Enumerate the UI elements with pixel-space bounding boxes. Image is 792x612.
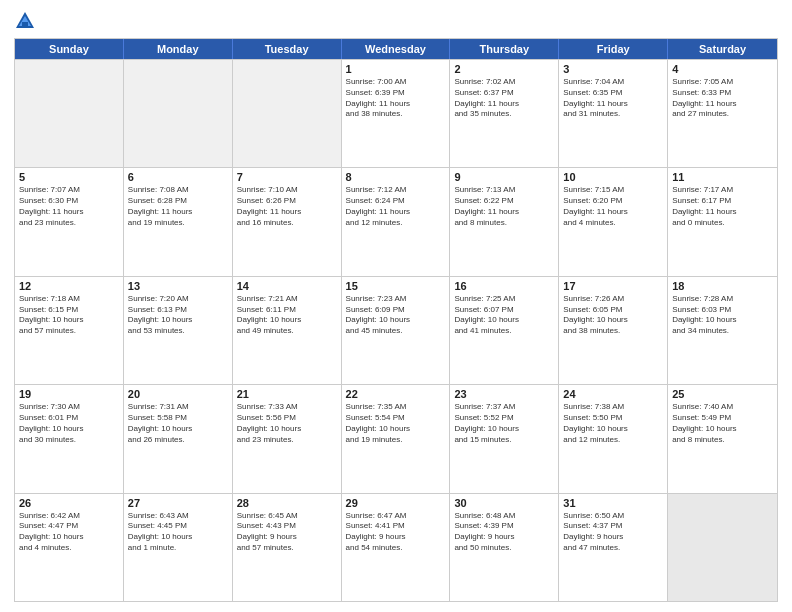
svg-rect-2 — [22, 22, 28, 26]
cell-line: Daylight: 10 hours — [237, 424, 337, 435]
cal-cell: 31Sunrise: 6:50 AMSunset: 4:37 PMDayligh… — [559, 494, 668, 601]
cell-line: Sunset: 4:37 PM — [563, 521, 663, 532]
cell-line: Sunrise: 7:05 AM — [672, 77, 773, 88]
cell-line: Sunset: 6:35 PM — [563, 88, 663, 99]
cal-cell: 24Sunrise: 7:38 AMSunset: 5:50 PMDayligh… — [559, 385, 668, 492]
cal-cell: 14Sunrise: 7:21 AMSunset: 6:11 PMDayligh… — [233, 277, 342, 384]
cell-line: Daylight: 10 hours — [672, 315, 773, 326]
cell-line: Daylight: 9 hours — [346, 532, 446, 543]
cell-line: Sunset: 4:45 PM — [128, 521, 228, 532]
day-number: 19 — [19, 388, 119, 400]
day-header-monday: Monday — [124, 39, 233, 59]
cell-line: Sunrise: 7:30 AM — [19, 402, 119, 413]
cell-line: and 53 minutes. — [128, 326, 228, 337]
cell-line: Sunrise: 7:13 AM — [454, 185, 554, 196]
cell-line: Daylight: 11 hours — [237, 207, 337, 218]
cell-line: Daylight: 10 hours — [563, 424, 663, 435]
cal-cell: 5Sunrise: 7:07 AMSunset: 6:30 PMDaylight… — [15, 168, 124, 275]
cell-line: Daylight: 10 hours — [19, 315, 119, 326]
logo — [14, 10, 40, 32]
cal-cell: 26Sunrise: 6:42 AMSunset: 4:47 PMDayligh… — [15, 494, 124, 601]
cell-line: and 12 minutes. — [346, 218, 446, 229]
cal-cell: 22Sunrise: 7:35 AMSunset: 5:54 PMDayligh… — [342, 385, 451, 492]
cell-line: Sunset: 6:03 PM — [672, 305, 773, 316]
cell-line: Daylight: 10 hours — [563, 315, 663, 326]
cell-line: Sunrise: 7:33 AM — [237, 402, 337, 413]
cell-line: and 16 minutes. — [237, 218, 337, 229]
day-number: 27 — [128, 497, 228, 509]
cal-cell: 6Sunrise: 7:08 AMSunset: 6:28 PMDaylight… — [124, 168, 233, 275]
day-number: 21 — [237, 388, 337, 400]
cell-line: Sunrise: 7:15 AM — [563, 185, 663, 196]
cal-cell: 27Sunrise: 6:43 AMSunset: 4:45 PMDayligh… — [124, 494, 233, 601]
cell-line: and 41 minutes. — [454, 326, 554, 337]
day-header-thursday: Thursday — [450, 39, 559, 59]
cell-line: and 49 minutes. — [237, 326, 337, 337]
cell-line: Sunset: 6:13 PM — [128, 305, 228, 316]
cell-line: and 12 minutes. — [563, 435, 663, 446]
day-number: 15 — [346, 280, 446, 292]
cell-line: Sunrise: 6:45 AM — [237, 511, 337, 522]
cell-line: and 38 minutes. — [563, 326, 663, 337]
cal-cell: 8Sunrise: 7:12 AMSunset: 6:24 PMDaylight… — [342, 168, 451, 275]
cell-line: Sunset: 6:01 PM — [19, 413, 119, 424]
cell-line: Daylight: 11 hours — [454, 207, 554, 218]
cell-line: Sunrise: 7:04 AM — [563, 77, 663, 88]
cell-line: Daylight: 10 hours — [19, 424, 119, 435]
day-number: 20 — [128, 388, 228, 400]
calendar-body: 1Sunrise: 7:00 AMSunset: 6:39 PMDaylight… — [15, 59, 777, 601]
cell-line: Sunset: 6:30 PM — [19, 196, 119, 207]
cell-line: and 38 minutes. — [346, 109, 446, 120]
cell-line: and 47 minutes. — [563, 543, 663, 554]
cal-cell: 3Sunrise: 7:04 AMSunset: 6:35 PMDaylight… — [559, 60, 668, 167]
day-header-sunday: Sunday — [15, 39, 124, 59]
cell-line: Daylight: 9 hours — [454, 532, 554, 543]
cal-cell — [124, 60, 233, 167]
day-number: 2 — [454, 63, 554, 75]
cell-line: Sunrise: 7:10 AM — [237, 185, 337, 196]
cell-line: Daylight: 11 hours — [128, 207, 228, 218]
day-number: 18 — [672, 280, 773, 292]
cell-line: Sunset: 4:39 PM — [454, 521, 554, 532]
cal-cell — [233, 60, 342, 167]
cell-line: Sunset: 5:50 PM — [563, 413, 663, 424]
cell-line: Sunset: 4:43 PM — [237, 521, 337, 532]
cell-line: Sunrise: 6:42 AM — [19, 511, 119, 522]
cell-line: Daylight: 11 hours — [563, 99, 663, 110]
cell-line: Sunrise: 7:21 AM — [237, 294, 337, 305]
calendar-page: SundayMondayTuesdayWednesdayThursdayFrid… — [0, 0, 792, 612]
day-number: 22 — [346, 388, 446, 400]
day-number: 11 — [672, 171, 773, 183]
week-row-3: 19Sunrise: 7:30 AMSunset: 6:01 PMDayligh… — [15, 384, 777, 492]
cell-line: Sunrise: 7:20 AM — [128, 294, 228, 305]
cell-line: Daylight: 10 hours — [672, 424, 773, 435]
cell-line: Sunset: 6:24 PM — [346, 196, 446, 207]
cell-line: Sunrise: 7:00 AM — [346, 77, 446, 88]
week-row-4: 26Sunrise: 6:42 AMSunset: 4:47 PMDayligh… — [15, 493, 777, 601]
cal-cell: 20Sunrise: 7:31 AMSunset: 5:58 PMDayligh… — [124, 385, 233, 492]
cell-line: and 50 minutes. — [454, 543, 554, 554]
cell-line: and 0 minutes. — [672, 218, 773, 229]
cell-line: Sunrise: 7:28 AM — [672, 294, 773, 305]
cell-line: Sunset: 6:39 PM — [346, 88, 446, 99]
cell-line: Daylight: 10 hours — [128, 315, 228, 326]
cell-line: Sunset: 6:26 PM — [237, 196, 337, 207]
cell-line: Daylight: 10 hours — [128, 532, 228, 543]
cell-line: and 27 minutes. — [672, 109, 773, 120]
day-number: 24 — [563, 388, 663, 400]
cell-line: and 35 minutes. — [454, 109, 554, 120]
cell-line: Sunrise: 7:07 AM — [19, 185, 119, 196]
day-number: 25 — [672, 388, 773, 400]
day-number: 14 — [237, 280, 337, 292]
day-header-wednesday: Wednesday — [342, 39, 451, 59]
cell-line: Sunrise: 6:47 AM — [346, 511, 446, 522]
cell-line: Daylight: 10 hours — [346, 315, 446, 326]
cell-line: Sunset: 4:41 PM — [346, 521, 446, 532]
calendar-header: SundayMondayTuesdayWednesdayThursdayFrid… — [15, 39, 777, 59]
cell-line: Sunset: 6:20 PM — [563, 196, 663, 207]
day-header-saturday: Saturday — [668, 39, 777, 59]
cell-line: Daylight: 11 hours — [672, 99, 773, 110]
cell-line: and 45 minutes. — [346, 326, 446, 337]
cal-cell: 16Sunrise: 7:25 AMSunset: 6:07 PMDayligh… — [450, 277, 559, 384]
day-number: 6 — [128, 171, 228, 183]
